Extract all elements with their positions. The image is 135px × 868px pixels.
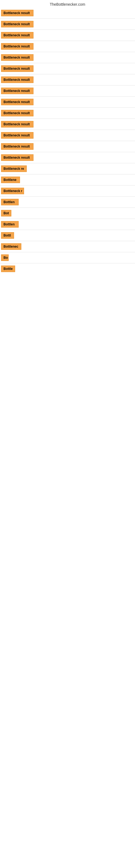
bottleneck-badge[interactable]: Bottl: [1, 232, 14, 239]
bottleneck-item[interactable]: Bo: [1, 254, 134, 261]
bottleneck-section: Bottlen: [0, 197, 135, 208]
bottleneck-section: Bottleneck result: [0, 30, 135, 41]
bottleneck-item[interactable]: Bottleneck result: [1, 54, 134, 61]
bottleneck-item[interactable]: Bottle: [1, 266, 134, 272]
bottleneck-badge[interactable]: Bottleneck re: [1, 165, 27, 172]
bottleneck-item[interactable]: Bottleneck result: [1, 65, 134, 72]
bottleneck-section: Bottleneck result: [0, 141, 135, 152]
bottleneck-item[interactable]: Bottleneck result: [1, 110, 134, 116]
bottleneck-section: Bottlen: [0, 219, 135, 230]
bottleneck-section: Bottleneck r: [0, 186, 135, 197]
bottleneck-section: Bottleneck re: [0, 163, 135, 175]
bottleneck-badge[interactable]: Bo: [1, 254, 9, 261]
bottleneck-item[interactable]: Bottl: [1, 232, 134, 239]
bottleneck-item[interactable]: Bottleneck result: [1, 21, 134, 27]
bottleneck-badge[interactable]: Bottleneck r: [1, 188, 24, 194]
bottleneck-section: Bottleneck result: [0, 41, 135, 52]
bottleneck-section: Bottleneck result: [0, 152, 135, 163]
bottleneck-item[interactable]: Bottleneck result: [1, 88, 134, 94]
bottleneck-item[interactable]: Bottleneck result: [1, 143, 134, 150]
bottleneck-badge[interactable]: Bottleneck result: [1, 110, 34, 116]
bottleneck-item[interactable]: Bottlene: [1, 177, 134, 183]
bottleneck-section: Bottleneck result: [0, 108, 135, 119]
bottleneck-item[interactable]: Bot: [1, 210, 134, 216]
bottleneck-section: Bottleneck result: [0, 74, 135, 86]
bottleneck-badge[interactable]: Bottle: [1, 266, 15, 272]
bottleneck-badge[interactable]: Bottleneck result: [1, 99, 34, 105]
bottleneck-badge[interactable]: Bot: [1, 210, 11, 216]
bottleneck-item[interactable]: Bottleneck result: [1, 32, 134, 38]
bottleneck-section: Bottleneck result: [0, 97, 135, 108]
bottleneck-section: Bottleneck result: [0, 63, 135, 74]
bottleneck-item[interactable]: Bottlen: [1, 221, 134, 227]
bottleneck-badge[interactable]: Bottlene: [1, 177, 20, 183]
bottleneck-badge[interactable]: Bottleneck result: [1, 76, 34, 83]
bottleneck-badge[interactable]: Bottleneck result: [1, 88, 34, 94]
bottleneck-section: Bottleneck result: [0, 52, 135, 63]
bottleneck-section: Bottle: [0, 264, 135, 274]
bottleneck-badge[interactable]: Bottleneck result: [1, 132, 34, 138]
bottleneck-badge[interactable]: Bottleneck result: [1, 21, 34, 27]
bottleneck-item[interactable]: Bottleneck result: [1, 10, 134, 16]
bottleneck-badge[interactable]: Bottleneck result: [1, 54, 34, 61]
site-title: TheBottlenecker.com: [0, 0, 135, 8]
bottleneck-section: Bottleneck result: [0, 119, 135, 130]
bottleneck-item[interactable]: Bottleneck result: [1, 43, 134, 50]
bottleneck-section: Bottlene: [0, 175, 135, 186]
bottleneck-badge[interactable]: Bottlen: [1, 221, 18, 227]
bottleneck-item[interactable]: Bottleneck re: [1, 165, 134, 172]
bottleneck-section: Bottleneck result: [0, 19, 135, 30]
bottleneck-section: Bottl: [0, 230, 135, 241]
bottleneck-badge[interactable]: Bottlenec: [1, 243, 21, 250]
bottleneck-section: Bottleneck result: [0, 86, 135, 97]
bottleneck-section: Bottleneck result: [0, 8, 135, 19]
bottleneck-section: Bottlenec: [0, 241, 135, 252]
bottleneck-item[interactable]: Bottleneck result: [1, 76, 134, 83]
bottleneck-item[interactable]: Bottleneck r: [1, 188, 134, 194]
bottleneck-badge[interactable]: Bottlen: [1, 199, 18, 205]
bottleneck-section: Bot: [0, 208, 135, 219]
bottleneck-item[interactable]: Bottleneck result: [1, 99, 134, 105]
bottleneck-badge[interactable]: Bottleneck result: [1, 65, 34, 72]
bottleneck-badge[interactable]: Bottleneck result: [1, 121, 34, 127]
bottleneck-item[interactable]: Bottlenec: [1, 243, 134, 250]
bottleneck-badge[interactable]: Bottleneck result: [1, 143, 34, 150]
bottleneck-section: Bottleneck result: [0, 130, 135, 141]
bottleneck-section: Bo: [0, 252, 135, 264]
bottleneck-badge[interactable]: Bottleneck result: [1, 32, 34, 38]
bottleneck-badge[interactable]: Bottleneck result: [1, 154, 34, 161]
bottleneck-item[interactable]: Bottleneck result: [1, 121, 134, 127]
bottleneck-item[interactable]: Bottleneck result: [1, 132, 134, 138]
bottleneck-item[interactable]: Bottleneck result: [1, 154, 134, 161]
bottleneck-badge[interactable]: Bottleneck result: [1, 43, 34, 50]
bottleneck-badge[interactable]: Bottleneck result: [1, 10, 34, 16]
bottleneck-item[interactable]: Bottlen: [1, 199, 134, 205]
